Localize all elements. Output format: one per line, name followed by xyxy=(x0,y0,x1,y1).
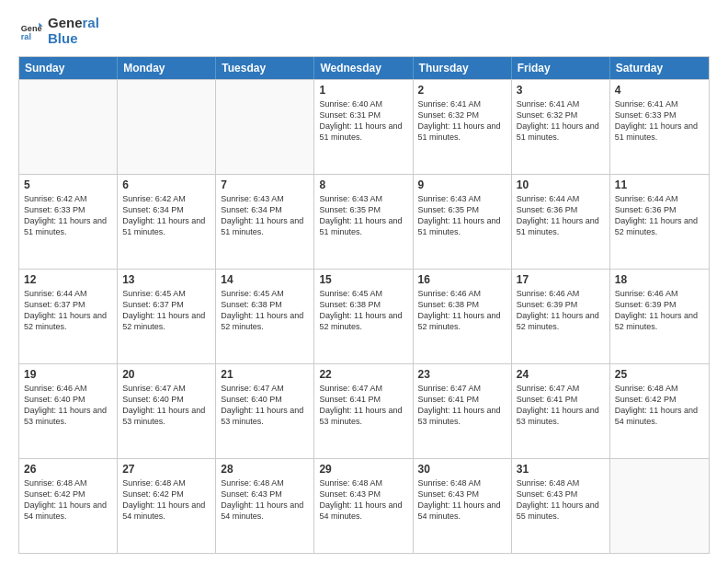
calendar-cell: 30Sunrise: 6:48 AM Sunset: 6:43 PM Dayli… xyxy=(414,459,512,553)
day-number: 11 xyxy=(615,178,704,191)
calendar-cell: 12Sunrise: 6:44 AM Sunset: 6:37 PM Dayli… xyxy=(19,270,118,363)
day-number: 31 xyxy=(517,463,605,476)
header-cell-monday: Monday xyxy=(118,57,216,79)
calendar-cell xyxy=(216,80,314,174)
calendar-row: 26Sunrise: 6:48 AM Sunset: 6:42 PM Dayli… xyxy=(19,458,709,553)
day-number: 25 xyxy=(615,368,704,381)
page: Gene ral General Blue SundayMondayTuesda… xyxy=(0,0,728,563)
header: Gene ral General Blue xyxy=(18,15,710,47)
cell-details: Sunrise: 6:48 AM Sunset: 6:43 PM Dayligh… xyxy=(221,477,309,523)
calendar-body: 1Sunrise: 6:40 AM Sunset: 6:31 PM Daylig… xyxy=(19,79,709,554)
logo-text: General Blue xyxy=(48,15,99,47)
cell-details: Sunrise: 6:46 AM Sunset: 6:38 PM Dayligh… xyxy=(418,288,506,333)
day-number: 19 xyxy=(24,368,112,381)
cell-details: Sunrise: 6:47 AM Sunset: 6:41 PM Dayligh… xyxy=(319,383,407,428)
cell-details: Sunrise: 6:46 AM Sunset: 6:40 PM Dayligh… xyxy=(24,383,112,428)
cell-details: Sunrise: 6:48 AM Sunset: 6:42 PM Dayligh… xyxy=(24,477,112,523)
calendar-cell: 28Sunrise: 6:48 AM Sunset: 6:43 PM Dayli… xyxy=(216,459,314,553)
cell-details: Sunrise: 6:46 AM Sunset: 6:39 PM Dayligh… xyxy=(615,288,704,333)
day-number: 29 xyxy=(319,463,407,476)
svg-text:ral: ral xyxy=(21,32,31,41)
calendar-cell: 24Sunrise: 6:47 AM Sunset: 6:41 PM Dayli… xyxy=(512,364,610,458)
day-number: 9 xyxy=(418,178,506,191)
cell-details: Sunrise: 6:45 AM Sunset: 6:38 PM Dayligh… xyxy=(221,288,309,333)
calendar-cell: 14Sunrise: 6:45 AM Sunset: 6:38 PM Dayli… xyxy=(216,270,314,363)
day-number: 17 xyxy=(517,273,605,286)
calendar-cell: 17Sunrise: 6:46 AM Sunset: 6:39 PM Dayli… xyxy=(512,270,610,363)
cell-details: Sunrise: 6:48 AM Sunset: 6:43 PM Dayligh… xyxy=(517,477,605,523)
calendar-cell: 15Sunrise: 6:45 AM Sunset: 6:38 PM Dayli… xyxy=(314,270,413,363)
day-number: 13 xyxy=(122,273,210,286)
header-cell-saturday: Saturday xyxy=(610,57,709,79)
calendar-cell: 5Sunrise: 6:42 AM Sunset: 6:33 PM Daylig… xyxy=(19,175,118,269)
calendar-cell: 29Sunrise: 6:48 AM Sunset: 6:43 PM Dayli… xyxy=(314,459,413,553)
day-number: 22 xyxy=(319,368,407,381)
calendar: SundayMondayTuesdayWednesdayThursdayFrid… xyxy=(18,56,710,555)
day-number: 10 xyxy=(517,178,605,191)
calendar-cell xyxy=(118,80,216,174)
day-number: 6 xyxy=(122,178,210,191)
calendar-cell: 22Sunrise: 6:47 AM Sunset: 6:41 PM Dayli… xyxy=(314,364,413,458)
cell-details: Sunrise: 6:47 AM Sunset: 6:40 PM Dayligh… xyxy=(221,383,309,428)
calendar-cell: 26Sunrise: 6:48 AM Sunset: 6:42 PM Dayli… xyxy=(19,459,118,553)
cell-details: Sunrise: 6:47 AM Sunset: 6:41 PM Dayligh… xyxy=(418,383,506,428)
calendar-cell: 4Sunrise: 6:41 AM Sunset: 6:33 PM Daylig… xyxy=(610,80,709,174)
calendar-cell: 3Sunrise: 6:41 AM Sunset: 6:32 PM Daylig… xyxy=(512,80,610,174)
cell-details: Sunrise: 6:44 AM Sunset: 6:37 PM Dayligh… xyxy=(24,288,112,333)
day-number: 1 xyxy=(319,84,407,97)
day-number: 18 xyxy=(615,273,704,286)
calendar-cell: 2Sunrise: 6:41 AM Sunset: 6:32 PM Daylig… xyxy=(414,80,512,174)
calendar-cell: 31Sunrise: 6:48 AM Sunset: 6:43 PM Dayli… xyxy=(512,459,610,553)
calendar-cell: 8Sunrise: 6:43 AM Sunset: 6:35 PM Daylig… xyxy=(314,175,413,269)
calendar-cell: 25Sunrise: 6:48 AM Sunset: 6:42 PM Dayli… xyxy=(610,364,709,458)
calendar-cell: 27Sunrise: 6:48 AM Sunset: 6:42 PM Dayli… xyxy=(118,459,216,553)
cell-details: Sunrise: 6:48 AM Sunset: 6:43 PM Dayligh… xyxy=(319,477,407,523)
calendar-cell: 20Sunrise: 6:47 AM Sunset: 6:40 PM Dayli… xyxy=(118,364,216,458)
cell-details: Sunrise: 6:47 AM Sunset: 6:40 PM Dayligh… xyxy=(122,383,210,428)
calendar-cell: 1Sunrise: 6:40 AM Sunset: 6:31 PM Daylig… xyxy=(314,80,413,174)
header-cell-tuesday: Tuesday xyxy=(216,57,314,79)
cell-details: Sunrise: 6:41 AM Sunset: 6:33 PM Dayligh… xyxy=(615,98,704,144)
calendar-cell: 13Sunrise: 6:45 AM Sunset: 6:37 PM Dayli… xyxy=(118,270,216,363)
calendar-row: 1Sunrise: 6:40 AM Sunset: 6:31 PM Daylig… xyxy=(19,79,709,174)
day-number: 5 xyxy=(24,178,112,191)
day-number: 7 xyxy=(221,178,309,191)
day-number: 20 xyxy=(122,368,210,381)
cell-details: Sunrise: 6:45 AM Sunset: 6:38 PM Dayligh… xyxy=(319,288,407,333)
day-number: 30 xyxy=(418,463,506,476)
day-number: 16 xyxy=(418,273,506,286)
cell-details: Sunrise: 6:40 AM Sunset: 6:31 PM Dayligh… xyxy=(319,98,407,144)
header-cell-thursday: Thursday xyxy=(414,57,512,79)
day-number: 27 xyxy=(122,463,210,476)
day-number: 14 xyxy=(221,273,309,286)
calendar-cell xyxy=(19,80,118,174)
cell-details: Sunrise: 6:42 AM Sunset: 6:33 PM Dayligh… xyxy=(24,193,112,238)
day-number: 2 xyxy=(418,84,506,97)
calendar-cell: 11Sunrise: 6:44 AM Sunset: 6:36 PM Dayli… xyxy=(610,175,709,269)
cell-details: Sunrise: 6:41 AM Sunset: 6:32 PM Dayligh… xyxy=(517,98,605,144)
cell-details: Sunrise: 6:47 AM Sunset: 6:41 PM Dayligh… xyxy=(517,383,605,428)
calendar-cell: 16Sunrise: 6:46 AM Sunset: 6:38 PM Dayli… xyxy=(414,270,512,363)
cell-details: Sunrise: 6:48 AM Sunset: 6:42 PM Dayligh… xyxy=(615,383,704,428)
cell-details: Sunrise: 6:48 AM Sunset: 6:43 PM Dayligh… xyxy=(418,477,506,523)
calendar-row: 5Sunrise: 6:42 AM Sunset: 6:33 PM Daylig… xyxy=(19,174,709,269)
day-number: 12 xyxy=(24,273,112,286)
calendar-cell: 7Sunrise: 6:43 AM Sunset: 6:34 PM Daylig… xyxy=(216,175,314,269)
cell-details: Sunrise: 6:44 AM Sunset: 6:36 PM Dayligh… xyxy=(615,193,704,238)
calendar-cell: 10Sunrise: 6:44 AM Sunset: 6:36 PM Dayli… xyxy=(512,175,610,269)
day-number: 24 xyxy=(517,368,605,381)
day-number: 15 xyxy=(319,273,407,286)
calendar-cell: 6Sunrise: 6:42 AM Sunset: 6:34 PM Daylig… xyxy=(118,175,216,269)
day-number: 23 xyxy=(418,368,506,381)
day-number: 21 xyxy=(221,368,309,381)
cell-details: Sunrise: 6:45 AM Sunset: 6:37 PM Dayligh… xyxy=(122,288,210,333)
logo-icon: Gene ral xyxy=(18,17,44,43)
cell-details: Sunrise: 6:44 AM Sunset: 6:36 PM Dayligh… xyxy=(517,193,605,238)
calendar-cell: 21Sunrise: 6:47 AM Sunset: 6:40 PM Dayli… xyxy=(216,364,314,458)
cell-details: Sunrise: 6:43 AM Sunset: 6:35 PM Dayligh… xyxy=(319,193,407,238)
calendar-cell: 19Sunrise: 6:46 AM Sunset: 6:40 PM Dayli… xyxy=(19,364,118,458)
day-number: 3 xyxy=(517,84,605,97)
header-cell-wednesday: Wednesday xyxy=(314,57,413,79)
day-number: 28 xyxy=(221,463,309,476)
calendar-cell: 18Sunrise: 6:46 AM Sunset: 6:39 PM Dayli… xyxy=(610,270,709,363)
